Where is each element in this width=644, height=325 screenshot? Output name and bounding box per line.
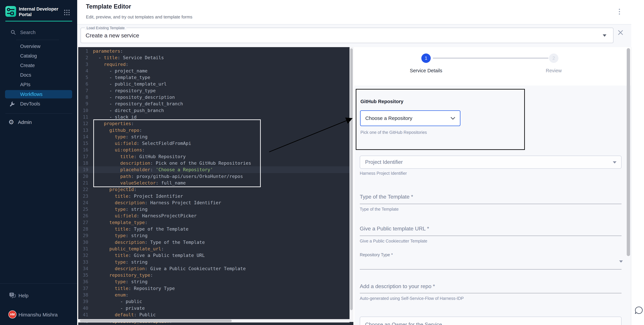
repository-type-select[interactable] <box>619 261 623 263</box>
code-line: 31 public_template_url: <box>78 246 354 252</box>
code-line: 39 - public <box>78 298 354 305</box>
step-connector <box>433 58 548 58</box>
code-line: 6 - public_template_url <box>78 81 354 87</box>
kebab-menu-icon[interactable] <box>619 9 620 16</box>
code-line: 17 title: GitHub Repository <box>78 153 354 160</box>
sidebar-item-admin[interactable]: ⚙ Admin <box>0 117 77 127</box>
github-repository-select[interactable]: Choose a Repository <box>360 110 460 126</box>
code-line: 40 - private <box>78 305 354 312</box>
code-line: 7 - repository_type <box>78 87 354 94</box>
code-line: 16 ui:options: <box>78 147 354 153</box>
step-2-label: Review <box>527 68 580 73</box>
sidebar-item-label: Admin <box>18 120 32 125</box>
owner-select[interactable]: Choose an Owner for the Service <box>360 317 622 325</box>
apps-grid-icon[interactable] <box>64 10 70 15</box>
code-line: 18 description: Pick one of the GitHub R… <box>78 160 354 166</box>
code-line: 21 valueSelector: full_name <box>78 180 354 186</box>
code-line: 34 description: Give a Public Cookiecutt… <box>78 265 354 272</box>
avatar: HM <box>8 311 16 319</box>
page-subtitle: Edit, preview, and try out templates and… <box>86 14 192 20</box>
load-template-value: Create a new service <box>86 28 139 43</box>
sidebar: Internal Developer Portal Search Overvie… <box>0 0 77 325</box>
code-line: 9 - repository_default_branch <box>78 100 354 107</box>
accent-rule <box>5 21 72 21</box>
sidebar-item-apis[interactable]: APIs <box>0 80 77 89</box>
sidebar-search[interactable]: Search <box>0 28 77 37</box>
load-template-band: Load Existing Template Create a new serv… <box>77 24 631 47</box>
code-line: 26 ui:field: HarnessProjectPicker <box>78 213 354 219</box>
user-name: Himanshu Mishra <box>18 312 58 318</box>
owner-placeholder: Choose an Owner for the Service <box>365 322 442 325</box>
code-line: 27 template_type: <box>78 219 354 226</box>
field-underline <box>360 204 622 204</box>
user-menu[interactable]: HM Himanshu Mishra <box>0 310 77 319</box>
repo-description-field[interactable]: Add a description to your repo * <box>360 283 435 290</box>
sidebar-item-create[interactable]: Create <box>0 61 77 70</box>
code-line: 11 - slack_id <box>78 114 354 120</box>
gear-icon: ⚙ <box>8 118 14 126</box>
code-line: 14 type: string <box>78 133 354 140</box>
search-icon <box>10 29 16 35</box>
chevron-down-icon <box>450 117 455 120</box>
code-line: 15 ui:field: SelectFieldFromApi <box>78 140 354 147</box>
sidebar-item-label: Help <box>18 293 28 299</box>
step-2-circle[interactable]: 2 <box>549 53 558 63</box>
github-repository-label: GitHub Repository <box>360 99 404 104</box>
code-line: 2 - title: Service Details <box>78 54 354 61</box>
code-line: 12 properties: <box>78 120 354 127</box>
step-1-label: Service Details <box>399 68 453 73</box>
github-repository-value: Choose a Repository <box>365 111 412 126</box>
repo-description-helper: Auto-generated using Self-Service-Flow o… <box>360 296 464 301</box>
code-line: 33 type: string <box>78 259 354 265</box>
sidebar-item-workflows[interactable]: Workflows <box>5 90 72 98</box>
code-line: 35 repository_type: <box>78 272 354 278</box>
page-header: Template Editor Edit, preview, and try o… <box>77 0 631 24</box>
code-line: 41 default: Public <box>78 312 354 318</box>
code-line: 20 path: proxy/github-api/users/OrkoHunt… <box>78 173 354 180</box>
support-chat-button[interactable] <box>634 306 644 317</box>
yaml-code-editor[interactable]: 1parameters:2 - title: Service Details3 … <box>78 47 354 325</box>
project-identifier-placeholder: Project Identifier <box>365 156 403 168</box>
code-line: 29 type: string <box>78 232 354 239</box>
sidebar-item-help[interactable]: ? Help <box>0 292 77 300</box>
editor-vertical-scrollbar[interactable] <box>350 47 354 322</box>
idp-logo-icon <box>5 6 16 17</box>
code-line: 13 github_repo: <box>78 127 354 133</box>
code-line: 37 title: Repository Type <box>78 285 354 292</box>
field-underline <box>360 269 622 270</box>
load-existing-template-select[interactable]: Load Existing Template Create a new serv… <box>80 28 614 43</box>
field-underline <box>360 293 622 293</box>
caret-down-icon <box>613 161 616 164</box>
project-identifier-select[interactable]: Project Identifier <box>360 156 622 169</box>
panel-scrollbar[interactable] <box>627 48 630 256</box>
right-edge-strip <box>631 0 644 325</box>
search-label: Search <box>20 30 36 35</box>
code-line: 36 type: string <box>78 278 354 285</box>
code-line: 23 title: Project Identifier <box>78 193 354 199</box>
sidebar-item-devtools[interactable]: DevTools <box>0 99 77 108</box>
sidebar-item-label: DevTools <box>20 101 40 107</box>
close-icon <box>617 29 624 36</box>
code-line: 28 title: Type of the Template <box>78 226 354 232</box>
code-line: 5 - template_type <box>78 74 354 81</box>
code-line: 22 projectId: <box>78 186 354 193</box>
sidebar-item-overview[interactable]: Overview <box>0 41 77 51</box>
public-template-url-field[interactable]: Give a Public template URL * <box>360 226 429 232</box>
wrench-icon <box>10 101 16 107</box>
code-line: 8 - repositoty_description <box>78 94 354 100</box>
code-lines: 1parameters:2 - title: Service Details3 … <box>78 48 354 325</box>
svg-text:?: ? <box>11 293 12 296</box>
help-chat-icon: ? <box>9 292 16 299</box>
template-type-field[interactable]: Type of the Template * <box>360 194 413 200</box>
page-title: Template Editor <box>86 3 131 10</box>
step-1-circle[interactable]: 1 <box>421 53 431 63</box>
editor-horizontal-scrollbar[interactable] <box>78 319 350 323</box>
sidebar-item-catalog[interactable]: Catalog <box>0 51 77 61</box>
clear-template-button[interactable] <box>617 29 624 36</box>
code-line: 19 placeholder: 'Choose a Repository' <box>78 166 354 173</box>
stepper: 1 2 Service Details Review <box>354 47 631 85</box>
code-line: 10 - direct_push_branch <box>78 107 354 114</box>
project-identifier-helper: Harness Project Identifier <box>360 171 407 176</box>
code-line: 30 description: Type of the Template <box>78 239 354 246</box>
sidebar-item-docs[interactable]: Docs <box>0 70 77 80</box>
